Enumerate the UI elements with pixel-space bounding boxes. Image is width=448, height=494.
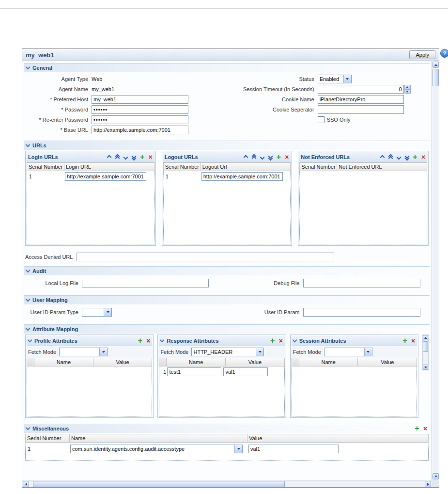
- delete-icon[interactable]: ×: [423, 426, 428, 431]
- session-fetch-mode-select[interactable]: [324, 348, 372, 356]
- table-body: 1: [159, 367, 284, 416]
- scroll-down-icon[interactable]: [433, 473, 439, 479]
- scroll-right-icon[interactable]: [425, 481, 431, 487]
- response-attributes-panel: Response Attributes + × Fetch Mode HTTP_…: [157, 335, 286, 418]
- vertical-scroll-thumb[interactable]: [423, 341, 428, 352]
- miscellaneous-section-header[interactable]: Miscellaneous + ×: [24, 424, 430, 433]
- delete-icon[interactable]: ×: [411, 338, 416, 344]
- access-denied-row: Access Denied URL: [24, 249, 430, 263]
- move-up-icon[interactable]: [107, 156, 112, 159]
- panel-title: Session Attributes: [299, 338, 400, 344]
- add-icon[interactable]: +: [270, 338, 275, 344]
- spinner-up-icon[interactable]: [404, 85, 411, 89]
- apply-button[interactable]: Apply: [409, 50, 435, 59]
- move-down-icon[interactable]: [124, 156, 128, 159]
- add-icon[interactable]: +: [415, 426, 419, 431]
- password-input[interactable]: [92, 105, 188, 114]
- table-header: Serial Number Not Enforced URL: [299, 162, 427, 171]
- delete-icon[interactable]: ×: [148, 154, 153, 160]
- section-title: Miscellaneous: [32, 426, 69, 431]
- move-top-icon[interactable]: [115, 155, 120, 159]
- attribute-mapping-section-header[interactable]: Attribute Mapping: [24, 324, 430, 334]
- horizontal-scroll-thumb[interactable]: [33, 481, 285, 487]
- chevron-down-icon: [26, 326, 31, 331]
- scroll-down-icon[interactable]: [423, 365, 428, 370]
- scroll-left-icon[interactable]: [23, 481, 29, 487]
- preferred-host-input[interactable]: [92, 95, 188, 104]
- table-header: Name Value: [159, 358, 284, 367]
- add-icon[interactable]: +: [276, 154, 281, 160]
- dropdown-arrow-icon: [99, 348, 107, 356]
- response-attributes-header[interactable]: Response Attributes + ×: [159, 336, 284, 346]
- scroll-up-icon[interactable]: [433, 62, 439, 68]
- session-timeout-input[interactable]: [318, 85, 404, 94]
- user-id-param-input[interactable]: [303, 308, 420, 317]
- delete-icon[interactable]: ×: [284, 154, 289, 160]
- general-section-header[interactable]: General: [24, 63, 430, 72]
- user-id-param-type-select[interactable]: [82, 308, 112, 317]
- reenter-password-input[interactable]: [92, 115, 188, 124]
- misc-name-select[interactable]: com.sun.identity.agents.config.audit.acc…: [70, 445, 243, 453]
- local-log-file-input[interactable]: [82, 279, 209, 287]
- add-icon[interactable]: +: [402, 338, 407, 344]
- login-url-input[interactable]: [65, 172, 146, 181]
- logout-url-input[interactable]: [201, 172, 283, 181]
- move-bottom-icon[interactable]: [132, 155, 137, 159]
- move-bottom-icon[interactable]: [268, 155, 273, 159]
- response-value-input[interactable]: [223, 367, 268, 376]
- sso-only-checkbox[interactable]: [318, 116, 324, 123]
- delete-icon[interactable]: ×: [146, 338, 151, 344]
- table-header: Name Value: [27, 358, 152, 367]
- table-body: [27, 367, 152, 416]
- access-denied-url-input[interactable]: [77, 253, 334, 261]
- help-icon[interactable]: ?: [440, 49, 448, 58]
- misc-value-input[interactable]: [248, 445, 339, 453]
- add-icon[interactable]: +: [138, 338, 142, 344]
- chevron-down-icon: [26, 268, 31, 273]
- serial-cell: 1: [26, 446, 70, 452]
- move-top-icon[interactable]: [388, 155, 393, 159]
- urls-section-header[interactable]: URLs: [24, 141, 430, 150]
- reenter-password-label: * Re-enter Password: [25, 117, 92, 123]
- url-panels: Login URLs + × Serial Number Login URL: [24, 150, 430, 249]
- fetch-mode-value: HTTP_HEADER: [192, 348, 256, 356]
- base-url-label: * Base URL: [25, 127, 92, 133]
- panel-title: Login URLs: [28, 154, 104, 160]
- spinner-down-icon[interactable]: [404, 89, 411, 94]
- debug-file-input[interactable]: [303, 279, 420, 287]
- response-name-input[interactable]: [167, 367, 221, 376]
- move-down-icon[interactable]: [260, 156, 264, 159]
- password-label: * Password: [25, 107, 92, 112]
- move-up-icon[interactable]: [243, 156, 248, 159]
- horizontal-scrollbar[interactable]: [22, 480, 432, 487]
- delete-icon[interactable]: ×: [421, 154, 426, 160]
- panel-title: Not Enforced URLs: [301, 154, 377, 160]
- section-general: General Agent Type Web Agent Name my_web…: [24, 63, 430, 138]
- user-mapping-section-header[interactable]: User Mapping: [24, 295, 430, 304]
- agent-name-value: my_web1: [92, 86, 114, 92]
- scroll-up-icon[interactable]: [423, 335, 428, 340]
- session-attributes-header[interactable]: Session Attributes + ×: [292, 336, 417, 346]
- profile-attributes-header[interactable]: Profile Attributes + ×: [27, 336, 152, 346]
- profile-fetch-mode-select[interactable]: [59, 348, 108, 356]
- general-body: Agent Type Web Agent Name my_web1 * Pref…: [24, 72, 430, 138]
- response-fetch-mode-select[interactable]: HTTP_HEADER: [191, 348, 264, 356]
- agent-type-value: Web: [92, 76, 102, 82]
- status-select[interactable]: Enabled: [318, 75, 352, 83]
- move-up-icon[interactable]: [380, 156, 385, 159]
- table-body: 1 com.sun.identity.agents.config.audit.a…: [25, 444, 429, 461]
- delete-icon[interactable]: ×: [278, 338, 283, 344]
- move-top-icon[interactable]: [251, 155, 256, 159]
- vertical-scrollbar[interactable]: [432, 61, 439, 480]
- attribute-mapping-scrollbar[interactable]: [422, 335, 429, 370]
- add-icon[interactable]: +: [413, 154, 417, 160]
- base-url-input[interactable]: [92, 126, 188, 134]
- cookie-name-input[interactable]: [318, 95, 404, 104]
- audit-section-header[interactable]: Audit: [24, 266, 430, 275]
- move-bottom-icon[interactable]: [404, 155, 409, 159]
- move-down-icon[interactable]: [396, 156, 401, 159]
- column-header: Value: [247, 434, 429, 443]
- cookie-seperator-input[interactable]: [318, 105, 404, 114]
- add-icon[interactable]: +: [140, 154, 145, 160]
- vertical-scroll-thumb[interactable]: [433, 69, 439, 86]
